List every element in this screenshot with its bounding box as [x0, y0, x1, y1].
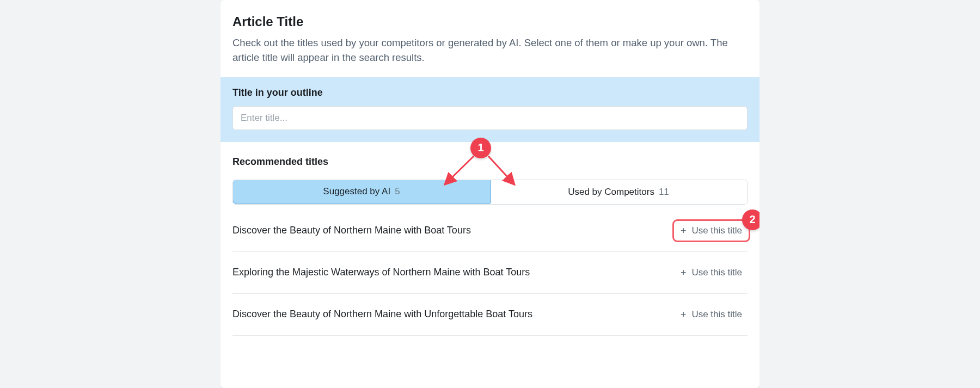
title-list: Discover the Beauty of Northern Maine wi… — [232, 212, 748, 336]
tab-used-by-competitors[interactable]: Used by Competitors 11 — [490, 180, 747, 204]
list-item: Exploring the Majestic Waterways of Nort… — [232, 252, 748, 294]
tab-label: Suggested by AI — [323, 186, 390, 197]
suggested-title-text: Exploring the Majestic Waterways of Nort… — [232, 267, 530, 278]
annotation-badge-1: 1 — [470, 138, 491, 158]
outline-label: Title in your outline — [232, 87, 748, 98]
annotation-badge-2: 2 — [742, 210, 759, 230]
tab-count: 11 — [659, 187, 669, 198]
use-this-title-label: Use this title — [691, 309, 742, 320]
tabs: Suggested by AI 5 Used by Competitors 11 — [232, 180, 748, 205]
list-item: Discover the Beauty of Northern Maine wi… — [232, 212, 748, 252]
plus-icon: + — [681, 268, 687, 278]
tab-suggested-by-ai[interactable]: Suggested by AI 5 — [232, 180, 491, 204]
suggested-title-text: Discover the Beauty of Northern Maine wi… — [232, 225, 471, 236]
use-this-title-button[interactable]: + Use this title — [675, 264, 748, 281]
use-this-title-label: Use this title — [691, 225, 742, 236]
header-section: Article Title Check out the titles used … — [220, 0, 759, 77]
page-title: Article Title — [232, 14, 748, 29]
title-input[interactable] — [232, 106, 748, 130]
title-input-wrap — [232, 106, 748, 130]
tab-label: Used by Competitors — [568, 187, 654, 198]
outline-section: Title in your outline — [220, 77, 759, 142]
tab-count: 5 — [395, 186, 400, 197]
list-item: Discover the Beauty of Northern Maine wi… — [232, 294, 748, 336]
page-description: Check out the titles used by your compet… — [232, 36, 733, 65]
use-this-title-label: Use this title — [691, 267, 742, 278]
plus-icon: + — [681, 310, 687, 319]
recommended-section: 1 Recommended titles Suggested by AI 5 U… — [220, 142, 759, 336]
recommended-heading: Recommended titles — [232, 156, 748, 168]
use-this-title-button[interactable]: + Use this title — [675, 306, 748, 323]
use-this-title-button[interactable]: + Use this title — [675, 222, 748, 239]
suggested-title-text: Discover the Beauty of Northern Maine wi… — [232, 309, 532, 320]
plus-icon: + — [681, 226, 687, 236]
article-title-card: Article Title Check out the titles used … — [220, 0, 759, 388]
